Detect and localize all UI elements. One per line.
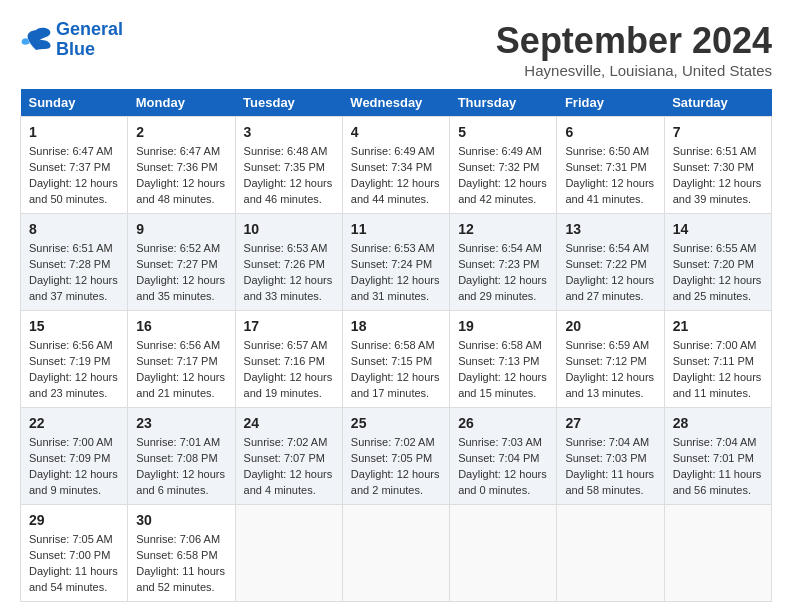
day-number: 7 [673,122,763,142]
calendar-cell [557,505,664,602]
day-info: Sunrise: 6:53 AM Sunset: 7:26 PM Dayligh… [244,241,334,305]
calendar-cell: 25Sunrise: 7:02 AM Sunset: 7:05 PM Dayli… [342,408,449,505]
calendar-cell [342,505,449,602]
day-info: Sunrise: 6:55 AM Sunset: 7:20 PM Dayligh… [673,241,763,305]
weekday-header-wednesday: Wednesday [342,89,449,117]
calendar-cell: 8Sunrise: 6:51 AM Sunset: 7:28 PM Daylig… [21,214,128,311]
day-number: 19 [458,316,548,336]
calendar-week-5: 29Sunrise: 7:05 AM Sunset: 7:00 PM Dayli… [21,505,772,602]
day-info: Sunrise: 6:49 AM Sunset: 7:32 PM Dayligh… [458,144,548,208]
day-info: Sunrise: 7:06 AM Sunset: 6:58 PM Dayligh… [136,532,226,596]
calendar-cell: 10Sunrise: 6:53 AM Sunset: 7:26 PM Dayli… [235,214,342,311]
calendar-cell [450,505,557,602]
day-info: Sunrise: 7:00 AM Sunset: 7:09 PM Dayligh… [29,435,119,499]
location: Haynesville, Louisiana, United States [496,62,772,79]
calendar-cell: 28Sunrise: 7:04 AM Sunset: 7:01 PM Dayli… [664,408,771,505]
calendar-week-4: 22Sunrise: 7:00 AM Sunset: 7:09 PM Dayli… [21,408,772,505]
day-number: 25 [351,413,441,433]
day-number: 6 [565,122,655,142]
day-number: 27 [565,413,655,433]
weekday-header-tuesday: Tuesday [235,89,342,117]
day-number: 4 [351,122,441,142]
day-number: 17 [244,316,334,336]
day-info: Sunrise: 6:59 AM Sunset: 7:12 PM Dayligh… [565,338,655,402]
day-number: 18 [351,316,441,336]
calendar-week-1: 1Sunrise: 6:47 AM Sunset: 7:37 PM Daylig… [21,117,772,214]
calendar-cell: 6Sunrise: 6:50 AM Sunset: 7:31 PM Daylig… [557,117,664,214]
weekday-header-saturday: Saturday [664,89,771,117]
day-number: 12 [458,219,548,239]
calendar-cell: 13Sunrise: 6:54 AM Sunset: 7:22 PM Dayli… [557,214,664,311]
day-info: Sunrise: 7:02 AM Sunset: 7:05 PM Dayligh… [351,435,441,499]
day-info: Sunrise: 7:01 AM Sunset: 7:08 PM Dayligh… [136,435,226,499]
day-info: Sunrise: 6:51 AM Sunset: 7:28 PM Dayligh… [29,241,119,305]
day-info: Sunrise: 6:54 AM Sunset: 7:22 PM Dayligh… [565,241,655,305]
calendar-cell: 16Sunrise: 6:56 AM Sunset: 7:17 PM Dayli… [128,311,235,408]
calendar-cell: 5Sunrise: 6:49 AM Sunset: 7:32 PM Daylig… [450,117,557,214]
day-number: 15 [29,316,119,336]
day-info: Sunrise: 6:47 AM Sunset: 7:37 PM Dayligh… [29,144,119,208]
calendar-cell: 26Sunrise: 7:03 AM Sunset: 7:04 PM Dayli… [450,408,557,505]
day-info: Sunrise: 6:58 AM Sunset: 7:15 PM Dayligh… [351,338,441,402]
calendar-cell: 18Sunrise: 6:58 AM Sunset: 7:15 PM Dayli… [342,311,449,408]
day-info: Sunrise: 7:05 AM Sunset: 7:00 PM Dayligh… [29,532,119,596]
title-block: September 2024 Haynesville, Louisiana, U… [496,20,772,79]
day-info: Sunrise: 6:49 AM Sunset: 7:34 PM Dayligh… [351,144,441,208]
day-number: 9 [136,219,226,239]
day-number: 24 [244,413,334,433]
day-info: Sunrise: 6:58 AM Sunset: 7:13 PM Dayligh… [458,338,548,402]
calendar-cell: 7Sunrise: 6:51 AM Sunset: 7:30 PM Daylig… [664,117,771,214]
calendar-cell [664,505,771,602]
logo: General Blue [20,20,123,60]
day-number: 8 [29,219,119,239]
day-number: 14 [673,219,763,239]
calendar-cell: 1Sunrise: 6:47 AM Sunset: 7:37 PM Daylig… [21,117,128,214]
calendar-week-2: 8Sunrise: 6:51 AM Sunset: 7:28 PM Daylig… [21,214,772,311]
day-number: 5 [458,122,548,142]
calendar-cell: 23Sunrise: 7:01 AM Sunset: 7:08 PM Dayli… [128,408,235,505]
page-header: General Blue September 2024 Haynesville,… [20,20,772,79]
day-info: Sunrise: 7:04 AM Sunset: 7:03 PM Dayligh… [565,435,655,499]
day-number: 11 [351,219,441,239]
weekday-header-row: SundayMondayTuesdayWednesdayThursdayFrid… [21,89,772,117]
day-number: 26 [458,413,548,433]
calendar-cell: 17Sunrise: 6:57 AM Sunset: 7:16 PM Dayli… [235,311,342,408]
day-info: Sunrise: 6:50 AM Sunset: 7:31 PM Dayligh… [565,144,655,208]
day-info: Sunrise: 6:47 AM Sunset: 7:36 PM Dayligh… [136,144,226,208]
calendar-cell: 11Sunrise: 6:53 AM Sunset: 7:24 PM Dayli… [342,214,449,311]
weekday-header-friday: Friday [557,89,664,117]
day-number: 3 [244,122,334,142]
day-number: 13 [565,219,655,239]
day-number: 23 [136,413,226,433]
calendar-cell: 9Sunrise: 6:52 AM Sunset: 7:27 PM Daylig… [128,214,235,311]
day-number: 10 [244,219,334,239]
calendar-cell: 2Sunrise: 6:47 AM Sunset: 7:36 PM Daylig… [128,117,235,214]
day-info: Sunrise: 6:56 AM Sunset: 7:19 PM Dayligh… [29,338,119,402]
day-info: Sunrise: 6:57 AM Sunset: 7:16 PM Dayligh… [244,338,334,402]
calendar-cell: 15Sunrise: 6:56 AM Sunset: 7:19 PM Dayli… [21,311,128,408]
day-number: 29 [29,510,119,530]
calendar-table: SundayMondayTuesdayWednesdayThursdayFrid… [20,89,772,602]
day-number: 28 [673,413,763,433]
day-number: 1 [29,122,119,142]
day-info: Sunrise: 7:02 AM Sunset: 7:07 PM Dayligh… [244,435,334,499]
day-number: 21 [673,316,763,336]
calendar-cell: 30Sunrise: 7:06 AM Sunset: 6:58 PM Dayli… [128,505,235,602]
calendar-cell: 21Sunrise: 7:00 AM Sunset: 7:11 PM Dayli… [664,311,771,408]
calendar-cell: 4Sunrise: 6:49 AM Sunset: 7:34 PM Daylig… [342,117,449,214]
day-info: Sunrise: 6:54 AM Sunset: 7:23 PM Dayligh… [458,241,548,305]
day-info: Sunrise: 7:04 AM Sunset: 7:01 PM Dayligh… [673,435,763,499]
day-info: Sunrise: 6:48 AM Sunset: 7:35 PM Dayligh… [244,144,334,208]
day-info: Sunrise: 7:00 AM Sunset: 7:11 PM Dayligh… [673,338,763,402]
day-info: Sunrise: 6:51 AM Sunset: 7:30 PM Dayligh… [673,144,763,208]
weekday-header-thursday: Thursday [450,89,557,117]
weekday-header-monday: Monday [128,89,235,117]
day-number: 2 [136,122,226,142]
calendar-cell: 22Sunrise: 7:00 AM Sunset: 7:09 PM Dayli… [21,408,128,505]
calendar-cell: 27Sunrise: 7:04 AM Sunset: 7:03 PM Dayli… [557,408,664,505]
day-number: 30 [136,510,226,530]
calendar-cell: 3Sunrise: 6:48 AM Sunset: 7:35 PM Daylig… [235,117,342,214]
weekday-header-sunday: Sunday [21,89,128,117]
day-number: 22 [29,413,119,433]
calendar-cell: 19Sunrise: 6:58 AM Sunset: 7:13 PM Dayli… [450,311,557,408]
